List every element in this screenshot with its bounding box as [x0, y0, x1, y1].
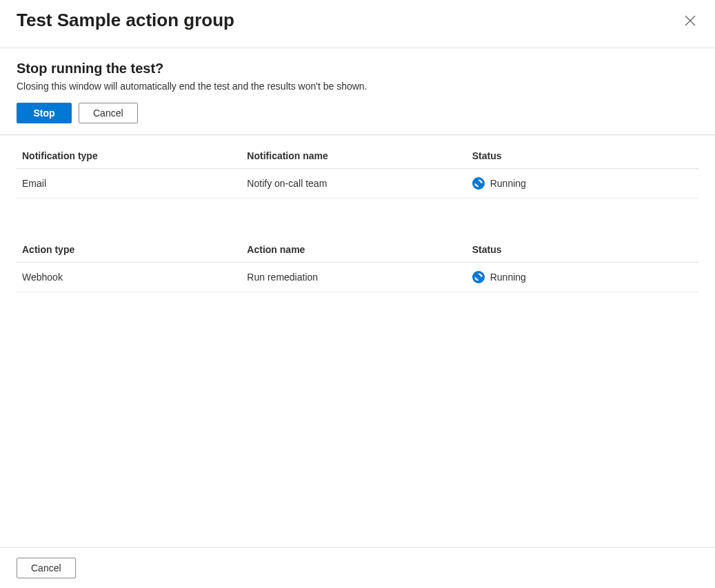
close-button[interactable]	[682, 12, 698, 31]
close-icon	[685, 15, 696, 26]
notification-name-cell: Notify on-call team	[241, 169, 466, 199]
page-title: Test Sample action group	[17, 10, 234, 31]
notification-type-cell[interactable]: Email	[17, 169, 241, 199]
footer-cancel-button[interactable]: Cancel	[17, 558, 76, 578]
content: Notification type Notification name Stat…	[0, 135, 715, 292]
spacer	[17, 199, 698, 232]
action-name-header: Action name	[241, 237, 466, 263]
notification-status-header: Status	[467, 143, 698, 169]
action-status-header: Status	[467, 237, 698, 263]
confirm-prompt: Stop running the test? Closing this wind…	[0, 48, 715, 135]
cancel-button[interactable]: Cancel	[79, 103, 138, 123]
notification-name-header: Notification name	[241, 143, 466, 169]
action-type-header: Action type	[17, 237, 241, 263]
header: Test Sample action group	[0, 0, 715, 48]
status-label: Running	[490, 178, 526, 189]
sync-icon	[472, 271, 485, 283]
actions-table: Action type Action name Status Webhook R…	[17, 237, 698, 292]
table-row: Webhook Run remediation	[17, 263, 698, 292]
svg-point-2	[472, 177, 485, 190]
action-type-cell[interactable]: Webhook	[17, 263, 241, 292]
notification-type-header: Notification type	[17, 143, 241, 169]
footer: Cancel	[0, 547, 715, 588]
notification-status-cell: Running	[467, 169, 698, 199]
action-name-cell: Run remediation	[241, 263, 466, 292]
svg-point-5	[472, 271, 485, 283]
notifications-table: Notification type Notification name Stat…	[17, 143, 698, 199]
prompt-buttons: Stop Cancel	[17, 103, 698, 123]
table-row: Email Notify on-call team	[17, 169, 698, 199]
action-status-cell: Running	[467, 263, 698, 292]
stop-button[interactable]: Stop	[17, 103, 72, 123]
prompt-title: Stop running the test?	[17, 61, 698, 77]
status-label: Running	[490, 272, 526, 283]
prompt-description: Closing this window will automatically e…	[17, 81, 698, 92]
sync-icon	[472, 177, 485, 190]
